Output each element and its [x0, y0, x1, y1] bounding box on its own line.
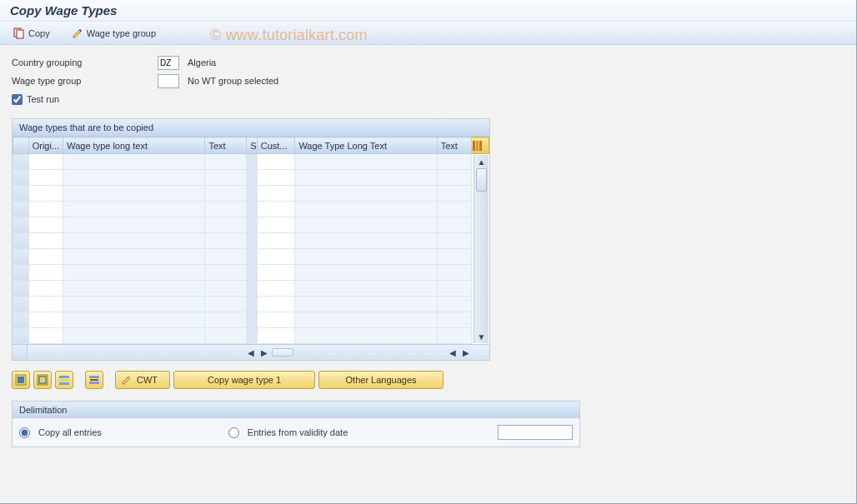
table-row[interactable]: [13, 265, 489, 281]
insert-row-button[interactable]: [55, 371, 73, 389]
cell-text-2: [437, 265, 472, 281]
cell-cust[interactable]: [257, 170, 295, 186]
cell-cust[interactable]: [257, 312, 295, 328]
col-text[interactable]: Text: [205, 137, 247, 154]
scroll-thumb[interactable]: [476, 168, 487, 192]
col-cust[interactable]: Cust...: [257, 137, 295, 154]
row-selector[interactable]: [13, 170, 29, 186]
hscroll-right-arrow-icon[interactable]: ▶: [258, 347, 270, 358]
col-text-2[interactable]: Text: [437, 137, 472, 154]
row-selector[interactable]: [13, 154, 29, 170]
cell-cust[interactable]: [257, 154, 295, 170]
delete-row-button[interactable]: [85, 371, 103, 389]
row-selector[interactable]: [13, 281, 29, 297]
table-row[interactable]: [13, 281, 489, 297]
row-selector[interactable]: [13, 265, 29, 281]
cell-origi[interactable]: [28, 265, 63, 281]
row-selector[interactable]: [13, 186, 29, 202]
hscroll-left-arrow-icon-2[interactable]: ◀: [447, 347, 459, 358]
table-row[interactable]: [13, 328, 489, 344]
cell-cust[interactable]: [257, 202, 295, 217]
table-row[interactable]: [13, 312, 489, 328]
cwt-button[interactable]: CWT: [115, 371, 170, 389]
cell-s[interactable]: [247, 202, 257, 217]
row-selector[interactable]: [13, 312, 29, 328]
cell-wage-type-long-text-2: [295, 328, 437, 344]
col-wage-type-long-text[interactable]: Wage type long text: [63, 137, 205, 154]
col-selector[interactable]: [13, 137, 29, 154]
copy-all-entries-radio[interactable]: [19, 427, 30, 438]
entries-from-date-radio[interactable]: [228, 427, 239, 438]
deselect-all-button[interactable]: [33, 371, 52, 389]
row-selector[interactable]: [13, 233, 29, 249]
cell-cust[interactable]: [257, 233, 295, 249]
row-selector[interactable]: [13, 217, 29, 233]
hscroll-track[interactable]: [272, 348, 293, 357]
cell-cust[interactable]: [257, 249, 295, 265]
table-row[interactable]: [13, 154, 489, 170]
cell-origi[interactable]: [28, 312, 63, 328]
cell-s[interactable]: [247, 249, 257, 265]
cell-s[interactable]: [247, 297, 257, 312]
table-row[interactable]: [13, 217, 489, 233]
cell-cust[interactable]: [257, 328, 295, 344]
cell-s[interactable]: [247, 170, 257, 186]
cell-cust[interactable]: [257, 281, 295, 297]
wage-type-group-button[interactable]: Wage type group: [67, 25, 161, 42]
cell-s[interactable]: [247, 281, 257, 297]
hscroll-right-arrow-icon-2[interactable]: ▶: [460, 347, 472, 358]
test-run-checkbox[interactable]: [12, 94, 23, 105]
cell-origi[interactable]: [28, 202, 63, 217]
table-row[interactable]: [13, 202, 489, 217]
row-selector[interactable]: [13, 297, 29, 312]
col-wage-type-long-text-2[interactable]: Wage Type Long Text: [295, 137, 437, 154]
cell-origi[interactable]: [28, 328, 63, 344]
cell-s[interactable]: [247, 233, 257, 249]
cell-origi[interactable]: [28, 281, 63, 297]
wage-type-group-input[interactable]: [158, 74, 179, 88]
cell-s[interactable]: [247, 217, 257, 233]
cell-s[interactable]: [247, 312, 257, 328]
cell-s[interactable]: [247, 154, 257, 170]
cell-origi[interactable]: [28, 233, 63, 249]
cell-s[interactable]: [247, 265, 257, 281]
cell-origi[interactable]: [28, 297, 63, 312]
copy-wage-type-1-button[interactable]: Copy wage type 1: [173, 371, 315, 389]
select-all-button[interactable]: [12, 371, 30, 389]
hscroll-left-segment[interactable]: ◀ ▶: [243, 345, 296, 360]
cell-s[interactable]: [247, 186, 257, 202]
cell-origi[interactable]: [28, 217, 63, 233]
table-configure-button[interactable]: [472, 137, 489, 154]
cell-origi[interactable]: [28, 249, 63, 265]
table-vertical-scrollbar[interactable]: ▲ ▼: [474, 155, 489, 343]
col-s[interactable]: S: [247, 137, 257, 154]
table-row[interactable]: [13, 297, 489, 312]
cell-s[interactable]: [247, 328, 257, 344]
cell-origi[interactable]: [28, 186, 63, 202]
hscroll-right-segment[interactable]: ◀ ▶: [444, 345, 474, 360]
cell-cust[interactable]: [257, 186, 295, 202]
table-row[interactable]: [13, 249, 489, 265]
cell-wage-type-long-text: [63, 186, 205, 202]
country-grouping-input[interactable]: [158, 56, 179, 70]
row-selector[interactable]: [13, 249, 29, 265]
col-origi[interactable]: Origi...: [28, 137, 63, 154]
wage-types-table-title: Wage types that are to be copied: [13, 119, 489, 137]
cell-cust[interactable]: [257, 265, 295, 281]
table-row[interactable]: [13, 233, 489, 249]
table-row[interactable]: [13, 186, 489, 202]
other-languages-button[interactable]: Other Languages: [318, 371, 444, 389]
cell-origi[interactable]: [28, 170, 63, 186]
cell-cust[interactable]: [257, 217, 295, 233]
scroll-track[interactable]: [474, 168, 489, 330]
row-selector[interactable]: [13, 328, 29, 344]
scroll-down-arrow-icon[interactable]: ▼: [475, 330, 489, 343]
validity-date-input[interactable]: [498, 425, 573, 440]
cell-cust[interactable]: [257, 297, 295, 312]
hscroll-left-arrow-icon[interactable]: ◀: [245, 347, 257, 358]
row-selector[interactable]: [13, 202, 29, 217]
cell-origi[interactable]: [28, 154, 63, 170]
copy-button[interactable]: Copy: [8, 25, 55, 42]
scroll-up-arrow-icon[interactable]: ▲: [475, 155, 489, 168]
table-row[interactable]: [13, 170, 489, 186]
